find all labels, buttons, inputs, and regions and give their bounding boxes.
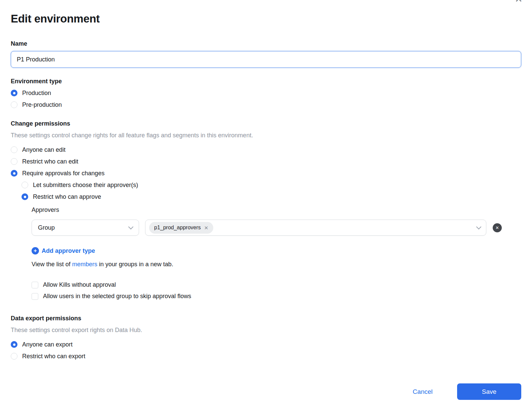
radio-icon[interactable]	[21, 182, 28, 188]
cancel-button[interactable]: Cancel	[413, 388, 433, 395]
add-approver-type-label: Add approver type	[42, 247, 95, 254]
checkbox-label: Allow Kills without approval	[43, 281, 116, 288]
radio-restrict-who-can-export[interactable]: Restrict who can export	[11, 353, 521, 360]
members-sentence-pre: View the list of	[32, 261, 72, 268]
remove-approver-row-button[interactable]: ✕	[493, 223, 502, 232]
radio-icon[interactable]	[11, 146, 17, 153]
approver-row: Group p1_prod_approvers ✕ ✕	[32, 220, 521, 236]
radio-icon[interactable]	[11, 170, 17, 177]
add-approver-type-button[interactable]: + Add approver type	[32, 247, 521, 254]
chevron-down-icon	[476, 224, 482, 229]
radio-label: Let submitters choose their approver(s)	[33, 182, 138, 189]
radio-label: Restrict who can approve	[33, 193, 101, 200]
approver-type-value: Group	[38, 224, 55, 231]
change-permissions-label: Change permissions	[11, 120, 521, 127]
approver-type-select[interactable]: Group	[32, 220, 139, 236]
radio-label: Anyone can export	[22, 341, 73, 348]
approvers-multiselect[interactable]: p1_prod_approvers ✕	[145, 220, 486, 236]
plus-icon: +	[32, 247, 39, 254]
radio-label: Anyone can edit	[22, 146, 65, 153]
radio-label: Pre-production	[22, 101, 62, 108]
radio-let-submitters-choose[interactable]: Let submitters choose their approver(s)	[21, 181, 521, 189]
environment-type-label: Environment type	[11, 78, 521, 85]
name-input[interactable]	[11, 51, 521, 68]
data-export-permissions-label: Data export permissions	[11, 315, 521, 322]
close-icon[interactable]: ✕	[515, 0, 523, 4]
members-link[interactable]: members	[72, 261, 97, 268]
page-title: Edit environment	[11, 0, 521, 25]
checkbox-allow-kills[interactable]: Allow Kills without approval	[32, 281, 521, 289]
radio-icon[interactable]	[11, 101, 17, 108]
radio-icon[interactable]	[11, 341, 17, 348]
radio-label: Restrict who can edit	[22, 158, 78, 165]
checkbox-label: Allow users in the selected group to ski…	[43, 293, 191, 300]
checkbox-icon[interactable]	[32, 293, 38, 300]
approver-tag-label: p1_prod_approvers	[154, 225, 201, 231]
radio-icon[interactable]	[11, 353, 17, 360]
members-sentence-post: in your groups in a new tab.	[97, 261, 173, 268]
radio-restrict-who-can-approve[interactable]: Restrict who can approve	[21, 193, 521, 200]
radio-production[interactable]: Production	[11, 89, 521, 97]
remove-tag-icon[interactable]: ✕	[204, 225, 209, 230]
save-button[interactable]: Save	[457, 383, 521, 400]
radio-icon[interactable]	[11, 90, 17, 96]
radio-anyone-can-edit[interactable]: Anyone can edit	[11, 146, 521, 153]
members-sentence: View the list of members in your groups …	[32, 261, 521, 268]
radio-icon[interactable]	[11, 158, 17, 165]
radio-label: Restrict who can export	[22, 353, 85, 360]
change-permissions-description: These settings control change rights for…	[11, 132, 521, 139]
radio-require-approvals[interactable]: Require approvals for changes	[11, 170, 521, 177]
edit-environment-dialog: ✕ Edit environment Name Environment type…	[0, 0, 532, 419]
name-label: Name	[11, 40, 521, 47]
radio-icon[interactable]	[21, 193, 28, 200]
approver-tag: p1_prod_approvers ✕	[149, 222, 213, 234]
radio-pre-production[interactable]: Pre-production	[11, 101, 521, 108]
radio-label: Production	[22, 90, 51, 97]
radio-anyone-can-export[interactable]: Anyone can export	[11, 341, 521, 348]
approvers-label: Approvers	[32, 206, 521, 214]
checkbox-skip-approval-flows[interactable]: Allow users in the selected group to ski…	[32, 292, 521, 300]
data-export-description: These settings control export rights on …	[11, 326, 521, 334]
radio-label: Require approvals for changes	[22, 170, 104, 177]
radio-restrict-who-can-edit[interactable]: Restrict who can edit	[11, 158, 521, 165]
checkbox-icon[interactable]	[32, 282, 38, 288]
chevron-down-icon	[128, 224, 134, 229]
dialog-footer: Cancel Save	[11, 383, 521, 400]
